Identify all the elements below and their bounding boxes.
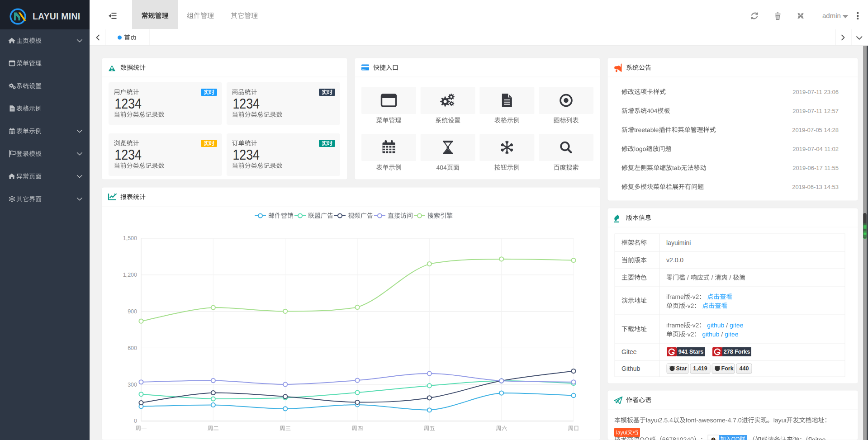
svg-text:2019-07-05 14:28: 2019-07-05 14:28	[792, 127, 839, 133]
svg-text:1,419: 1,419	[693, 365, 707, 372]
svg-text:Fork: Fork	[721, 365, 734, 372]
svg-text:440: 440	[740, 365, 749, 372]
svg-text:Star: Star	[676, 365, 687, 372]
svg-text:LAYUI MINI: LAYUI MINI	[33, 11, 80, 21]
svg-text:600: 600	[128, 345, 137, 351]
svg-text:1234: 1234	[233, 147, 260, 163]
svg-text:2019-07-04 11:02: 2019-07-04 11:02	[792, 146, 839, 152]
svg-text:1234: 1234	[115, 147, 142, 163]
svg-text:2019-07-11 23:06: 2019-07-11 23:06	[792, 89, 839, 95]
svg-text:layuimini: layuimini	[666, 239, 691, 246]
svg-text:300: 300	[128, 382, 137, 388]
svg-text:1,200: 1,200	[123, 272, 137, 278]
svg-text:2019-06-13 14:53: 2019-06-13 14:53	[792, 184, 839, 190]
svg-text:Github: Github	[621, 365, 640, 372]
svg-text:1,500: 1,500	[123, 235, 137, 241]
svg-text:admin: admin	[822, 12, 841, 19]
svg-text:1234: 1234	[233, 95, 260, 112]
svg-text:1234: 1234	[115, 95, 142, 112]
svg-text:2019-06-17 11:55: 2019-06-17 11:55	[792, 165, 839, 171]
svg-text:278 Forks: 278 Forks	[724, 349, 750, 355]
svg-text:2019-07-11 12:57: 2019-07-11 12:57	[792, 108, 839, 114]
svg-text:0: 0	[134, 418, 137, 424]
svg-text:900: 900	[128, 308, 137, 315]
svg-text:Gitee: Gitee	[621, 348, 637, 355]
svg-text:v2.0.0: v2.0.0	[666, 256, 683, 264]
svg-text:941 Stars: 941 Stars	[678, 349, 704, 355]
